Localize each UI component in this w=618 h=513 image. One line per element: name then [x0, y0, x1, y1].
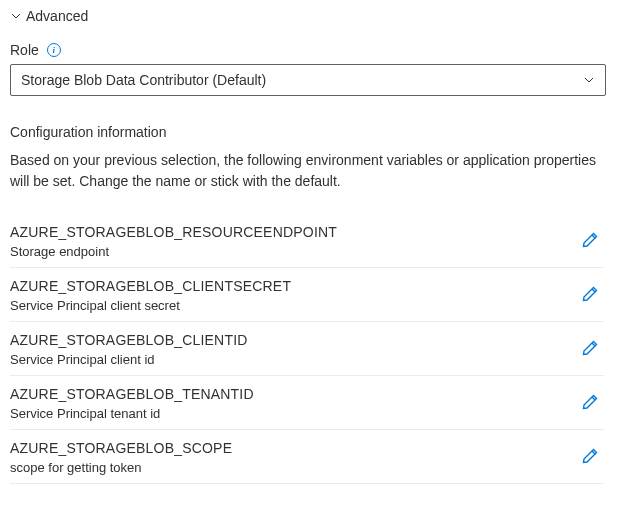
role-label-row: Role i	[10, 42, 608, 58]
config-item-name: AZURE_STORAGEBLOB_RESOURCEENDPOINT	[10, 224, 337, 240]
config-row: AZURE_STORAGEBLOB_CLIENTSECRET Service P…	[10, 268, 604, 322]
config-item-name: AZURE_STORAGEBLOB_TENANTID	[10, 386, 254, 402]
config-row: AZURE_STORAGEBLOB_RESOURCEENDPOINT Stora…	[10, 214, 604, 268]
pencil-icon	[581, 339, 599, 360]
edit-button[interactable]	[576, 228, 604, 256]
config-item-desc: Service Principal client secret	[10, 298, 291, 313]
config-item-desc: Service Principal tenant id	[10, 406, 254, 421]
config-description: Based on your previous selection, the fo…	[10, 150, 600, 192]
chevron-down-icon	[10, 10, 22, 22]
edit-button[interactable]	[576, 444, 604, 472]
config-item-name: AZURE_STORAGEBLOB_SCOPE	[10, 440, 232, 456]
advanced-label: Advanced	[26, 8, 88, 24]
edit-button[interactable]	[576, 282, 604, 310]
advanced-section-toggle[interactable]: Advanced	[10, 8, 608, 24]
role-select[interactable]: Storage Blob Data Contributor (Default)	[10, 64, 606, 96]
role-select-value: Storage Blob Data Contributor (Default)	[21, 72, 266, 88]
chevron-down-icon	[583, 74, 595, 86]
edit-button[interactable]	[576, 336, 604, 364]
config-item-name: AZURE_STORAGEBLOB_CLIENTID	[10, 332, 248, 348]
config-item-desc: Service Principal client id	[10, 352, 248, 367]
pencil-icon	[581, 231, 599, 252]
config-item-desc: scope for getting token	[10, 460, 232, 475]
pencil-icon	[581, 393, 599, 414]
config-row: AZURE_STORAGEBLOB_SCOPE scope for gettin…	[10, 430, 604, 484]
config-title: Configuration information	[10, 124, 608, 140]
role-label: Role	[10, 42, 39, 58]
config-row: AZURE_STORAGEBLOB_TENANTID Service Princ…	[10, 376, 604, 430]
pencil-icon	[581, 447, 599, 468]
config-row: AZURE_STORAGEBLOB_CLIENTID Service Princ…	[10, 322, 604, 376]
config-item-name: AZURE_STORAGEBLOB_CLIENTSECRET	[10, 278, 291, 294]
edit-button[interactable]	[576, 390, 604, 418]
info-icon[interactable]: i	[47, 43, 61, 57]
pencil-icon	[581, 285, 599, 306]
config-item-desc: Storage endpoint	[10, 244, 337, 259]
config-list: AZURE_STORAGEBLOB_RESOURCEENDPOINT Stora…	[10, 214, 604, 484]
